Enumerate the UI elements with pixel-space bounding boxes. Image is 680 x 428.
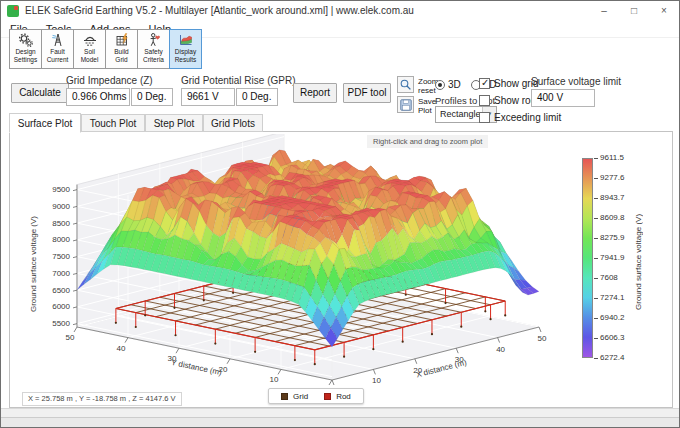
y-axis-label: Y distance (m) — [170, 358, 223, 377]
exceeding-limit-checkbox-label: Exceeding limit — [494, 112, 561, 123]
grid-bolt-icon — [114, 32, 130, 48]
colorbar-tick-label: 6272.4 — [600, 353, 624, 362]
gpr-label: Grid Potential Rise (GPR) — [181, 75, 295, 86]
tab-touch-plot[interactable]: Touch Plot — [81, 114, 145, 132]
gpr-magnitude: 9661 V — [181, 88, 235, 106]
save-icon — [399, 98, 413, 112]
grid-legend-swatch — [281, 393, 288, 400]
colorbar-tick-mark — [594, 238, 598, 239]
exceeding-limit-checkbox-box[interactable] — [479, 112, 490, 123]
gears-icon — [18, 32, 34, 48]
safety-criteria-label-2: Criteria — [143, 56, 164, 64]
y-tick-label: 10 — [270, 375, 279, 384]
surface-plot-canvas[interactable]: 5500600065007000750080008500900095000102… — [12, 134, 572, 396]
x-tick-label: 50 — [538, 334, 547, 343]
tab-step-plot[interactable]: Step Plot — [145, 114, 203, 132]
grid-legend-label: Grid — [293, 392, 308, 401]
window-title: ELEK SafeGrid Earthing V5.2 - Multilayer… — [25, 5, 414, 16]
fault-current-label-1: Fault — [50, 48, 64, 56]
colorbar-tick-label: 7274.1 — [600, 293, 624, 302]
statusbar — [1, 408, 679, 428]
show-grid-checkbox-box[interactable] — [479, 78, 490, 89]
plot-legend: Grid Rod — [268, 388, 364, 404]
z-tick-label: 9500 — [52, 185, 70, 194]
y-tick-label: 40 — [117, 344, 126, 353]
zoom-reset-button[interactable] — [397, 76, 414, 93]
surface-voltage-limit-label: Surface voltage limit — [531, 76, 621, 87]
design-settings-button[interactable]: Design Settings — [9, 29, 42, 69]
colorbar-tick-mark — [594, 158, 598, 159]
z-tick-label: 6000 — [52, 302, 70, 311]
design-settings-label-2: Settings — [14, 56, 38, 64]
colorbar-tick-label: 9611.5 — [600, 153, 624, 162]
soil-layers-icon — [82, 32, 98, 48]
fault-current-label-2: Current — [47, 56, 69, 64]
tower-icon — [50, 32, 66, 48]
colorbar-tick-mark — [594, 298, 598, 299]
app-icon — [7, 5, 19, 17]
surface-plot-panel: Right-click and drag to zoom plot 550060… — [9, 131, 673, 408]
colorbar-tick-label: 9277.6 — [600, 173, 624, 182]
build-grid-label-2: Grid — [115, 56, 127, 64]
soil-model-label-2: Model — [81, 56, 99, 64]
colorbar-tick-mark — [594, 258, 598, 259]
rod-legend-label: Rod — [336, 392, 351, 401]
colorbar-tick-label: 8943.7 — [600, 193, 624, 202]
design-settings-label-1: Design — [15, 48, 35, 56]
save-plot-label-2: Plot — [418, 106, 432, 115]
safety-criteria-label-1: Safety — [144, 48, 162, 56]
close-button[interactable]: × — [649, 1, 679, 21]
colorbar-tick-label: 8609.8 — [600, 213, 624, 222]
colorbar-tick-mark — [594, 198, 598, 199]
calculate-button[interactable]: Calculate — [11, 83, 69, 103]
x-tick-label: 40 — [496, 345, 505, 354]
radio-3d[interactable] — [435, 80, 445, 90]
colorbar-tick-label: 7941.9 — [600, 253, 624, 262]
surface-voltage-limit-input[interactable]: 400 V — [531, 89, 595, 107]
app-window: ELEK SafeGrid Earthing V5.2 - Multilayer… — [0, 0, 680, 428]
save-plot-label-1: Save — [418, 97, 436, 106]
maximize-button[interactable]: □ — [619, 1, 649, 21]
fault-current-button[interactable]: Fault Current — [41, 29, 74, 69]
z-tick-label: 8000 — [52, 235, 70, 244]
magnifier-icon — [399, 78, 413, 92]
display-results-button[interactable]: Display Results — [169, 29, 202, 69]
statusbar-inner — [1, 417, 679, 428]
colorbar-tick-label: 6606.3 — [600, 333, 624, 342]
zoom-reset-label-2: reset — [418, 86, 436, 95]
tab-surface-plot[interactable]: Surface Plot — [9, 113, 81, 133]
legend-item-rod: Rod — [324, 392, 351, 401]
tab-grid-plots[interactable]: Grid Plots — [203, 114, 263, 132]
soil-model-label-1: Soil — [84, 48, 95, 56]
colorbar-tick-mark — [594, 338, 598, 339]
colorbar — [582, 158, 593, 358]
show-grid-checkbox[interactable]: Show grid — [479, 78, 538, 89]
save-plot-button[interactable] — [397, 96, 414, 113]
build-grid-button[interactable]: Build Grid — [105, 29, 138, 69]
colorbar-tick-mark — [594, 218, 598, 219]
pdf-tool-button[interactable]: PDF tool — [343, 83, 391, 103]
build-grid-label-1: Build — [114, 48, 128, 56]
colorbar-tick-mark — [594, 318, 598, 319]
soil-model-button[interactable]: Soil Model — [73, 29, 106, 69]
display-results-label-1: Display — [175, 48, 196, 56]
colorbar-axis-label: Ground surface voltage (V) — [634, 177, 643, 347]
person-heart-icon — [146, 32, 162, 48]
show-rod-length-checkbox-box[interactable] — [479, 95, 490, 106]
z-tick-label: 6500 — [52, 286, 70, 295]
y-tick-label: 50 — [66, 333, 75, 342]
surface-chart-icon — [178, 32, 194, 48]
colorbar-tick-mark — [594, 178, 598, 179]
colorbar-tick-label: 7608 — [600, 273, 618, 282]
titlebar: ELEK SafeGrid Earthing V5.2 - Multilayer… — [1, 1, 679, 21]
exceeding-limit-checkbox[interactable]: Exceeding limit — [479, 112, 561, 123]
z-tick-label: 9000 — [52, 202, 70, 211]
z-tick-label: 5500 — [52, 319, 70, 328]
z-tick-label: 8500 — [52, 219, 70, 228]
x-axis-label: X distance (m) — [415, 358, 468, 380]
gpr-angle: 0 Deg. — [236, 88, 278, 106]
report-button[interactable]: Report — [293, 83, 337, 103]
grid-impedance-angle: 0 Deg. — [131, 88, 173, 106]
safety-criteria-button[interactable]: Safety Criteria — [137, 29, 170, 69]
minimize-button[interactable]: – — [589, 1, 619, 21]
